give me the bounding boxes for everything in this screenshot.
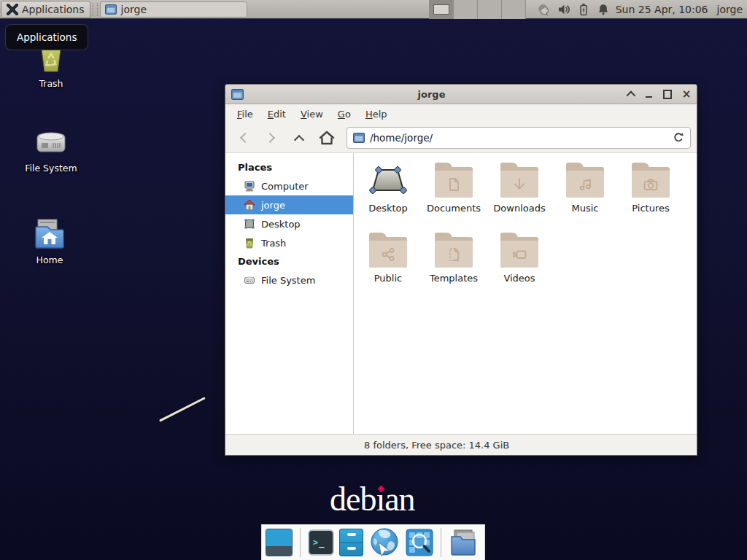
folder-launcher-icon[interactable] — [449, 528, 479, 557]
folder-view: Desktop Documents — [354, 153, 697, 434]
applications-menu-label: Applications — [22, 4, 85, 15]
panel-clock[interactable]: Sun 25 Apr, 10:06 — [616, 4, 708, 15]
hard-drive-icon — [244, 274, 255, 286]
stray-line-artifact — [159, 397, 206, 421]
desktop-icon-file-system[interactable]: File System — [16, 125, 86, 174]
workspace-2[interactable] — [454, 0, 478, 19]
computer-icon — [244, 180, 255, 192]
workspace-1[interactable] — [430, 0, 454, 19]
file-manager-window: jorge × File Edit View Go Help — [225, 84, 697, 456]
desktop-icon — [244, 218, 255, 230]
show-desktop-icon[interactable] — [266, 529, 293, 556]
sidebar-item-trash[interactable]: Trash — [225, 233, 353, 252]
folder-item-label: Videos — [503, 273, 535, 284]
share-icon — [379, 246, 397, 263]
forward-button[interactable] — [259, 127, 284, 149]
folder-item-public[interactable]: Public — [355, 233, 421, 303]
shade-button[interactable] — [625, 90, 634, 98]
folder-item-label: Desktop — [368, 203, 408, 214]
dock-separator — [441, 528, 441, 557]
web-browser-globe-icon[interactable] — [368, 526, 400, 559]
folder-item-label: Pictures — [632, 203, 669, 214]
sidebar-item-label: jorge — [261, 200, 285, 211]
folder-item-downloads[interactable]: Downloads — [487, 163, 552, 233]
minimize-button[interactable] — [644, 90, 653, 98]
back-button[interactable] — [231, 127, 256, 149]
video-camera-icon — [511, 246, 528, 263]
location-input[interactable]: /home/jorge/ — [370, 132, 667, 144]
desktop-icon-label: Home — [36, 254, 63, 265]
maximize-button[interactable] — [663, 90, 672, 98]
status-text: 8 folders, Free space: 14.4 GiB — [364, 440, 509, 451]
statusbar: 8 folders, Free space: 14.4 GiB — [225, 434, 697, 455]
folder-item-pictures[interactable]: Pictures — [618, 163, 684, 233]
sidebar-item-label: Desktop — [261, 219, 301, 230]
music-notes-icon — [576, 176, 594, 193]
workspace-pager — [429, 0, 526, 19]
panel-username[interactable]: jorge — [717, 4, 743, 15]
folder-item-desktop[interactable]: Desktop — [355, 163, 421, 233]
sidebar-item-file-system[interactable]: File System — [225, 271, 353, 289]
file-cabinet-icon[interactable] — [339, 529, 363, 556]
bell-icon[interactable] — [597, 3, 610, 16]
applications-menu-button[interactable]: Applications — [1, 1, 90, 18]
folder-item-label: Public — [374, 273, 402, 284]
mouse-icon[interactable] — [536, 3, 551, 16]
toolbar: /home/jorge/ — [225, 123, 697, 153]
reload-icon[interactable] — [673, 132, 684, 144]
applications-tooltip: Applications — [5, 24, 88, 50]
debian-logo-text: deb — [330, 480, 376, 518]
window-titlebar[interactable]: jorge × — [225, 85, 697, 104]
app-finder-icon[interactable] — [406, 529, 433, 556]
terminal-icon[interactable]: >_ — [308, 529, 334, 556]
dock-separator — [300, 528, 301, 557]
folder-icon — [435, 163, 473, 198]
home-button[interactable] — [314, 127, 339, 149]
sidebar-header-devices: Devices — [225, 252, 353, 271]
sidebar-item-computer[interactable]: Computer — [225, 176, 353, 195]
download-arrow-icon — [511, 176, 528, 193]
folder-item-templates[interactable]: Templates — [421, 233, 487, 303]
sidebar-item-label: Trash — [261, 238, 286, 249]
folder-icon — [632, 163, 670, 198]
menu-view[interactable]: View — [293, 106, 330, 122]
hard-drive-icon — [34, 125, 69, 159]
menu-file[interactable]: File — [230, 106, 260, 122]
xfce-logo-icon — [7, 4, 18, 15]
location-bar[interactable]: /home/jorge/ — [347, 127, 691, 149]
taskbar-window-button[interactable]: jorge — [100, 1, 247, 18]
window-title: jorge — [244, 89, 619, 100]
battery-icon[interactable] — [577, 3, 590, 16]
folder-item-documents[interactable]: Documents — [421, 163, 487, 233]
close-button[interactable]: × — [682, 90, 691, 98]
menu-go[interactable]: Go — [330, 106, 358, 122]
workspace-4[interactable] — [502, 0, 526, 19]
folder-item-videos[interactable]: Videos — [487, 233, 552, 303]
workspace-3[interactable] — [478, 0, 502, 19]
system-tray — [536, 3, 610, 16]
template-document-icon — [445, 246, 462, 263]
sidebar-item-desktop[interactable]: Desktop — [225, 214, 353, 233]
forward-icon — [265, 133, 275, 143]
workspace-window-thumb — [433, 4, 449, 15]
up-button[interactable] — [287, 127, 311, 149]
location-folder-icon — [353, 133, 365, 143]
camera-icon — [642, 176, 659, 193]
taskbar-grip[interactable] — [93, 3, 98, 16]
home-folder-icon — [31, 217, 68, 251]
desktop-icon — [369, 163, 407, 198]
volume-icon[interactable] — [557, 3, 570, 16]
sidebar-item-jorge[interactable]: jorge — [225, 195, 353, 214]
menu-help[interactable]: Help — [358, 106, 395, 122]
menu-edit[interactable]: Edit — [260, 106, 293, 122]
folder-icon — [500, 163, 538, 198]
taskbar-window-label: jorge — [121, 4, 147, 15]
folder-icon — [369, 233, 407, 268]
sidebar-item-label: Computer — [261, 181, 309, 192]
sidebar-item-label: File System — [261, 275, 315, 286]
sidebar: Places Computer jorge — [225, 153, 354, 434]
folder-item-music[interactable]: Music — [552, 163, 618, 233]
folder-icon — [566, 163, 604, 198]
desktop-icon-label: File System — [25, 163, 77, 174]
desktop-icon-home[interactable]: Home — [15, 217, 85, 265]
